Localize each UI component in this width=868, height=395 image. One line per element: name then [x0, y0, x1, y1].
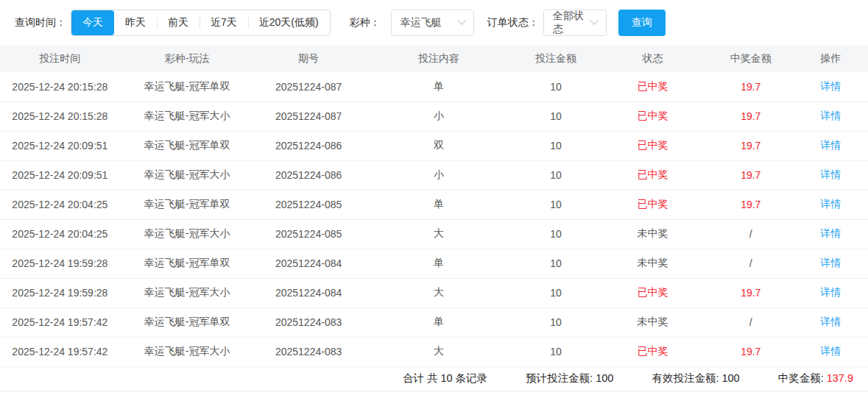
cell-bet-time: 2025-12-24 19:59:28	[0, 278, 120, 307]
cell-bet-time: 2025-12-24 19:59:28	[0, 249, 120, 278]
cell-issue: 20251224-085	[254, 190, 362, 219]
detail-link[interactable]: 详情	[820, 198, 841, 210]
prize-amount: /	[708, 249, 794, 278]
query-time-label: 查询时间：	[15, 16, 66, 29]
cell-bet-amount: 10	[515, 131, 597, 160]
order-status-select[interactable]: 全部状态	[543, 10, 607, 36]
detail-link[interactable]: 详情	[820, 227, 841, 239]
cell-action: 详情	[794, 72, 868, 102]
table-row: 2025-12-24 20:04:25 幸运飞艇-冠军单双 20251224-0…	[0, 190, 868, 219]
table-row: 2025-12-24 19:59:28 幸运飞艇-冠军大小 20251224-0…	[0, 278, 868, 307]
expected-bet-amount: 预计投注金额: 100	[526, 371, 613, 385]
time-option-daybefore[interactable]: 前天	[157, 10, 200, 35]
cell-bet-amount: 10	[515, 160, 597, 190]
table-header-row: 投注时间 彩种-玩法 期号 投注内容 投注金额 状态 中奖金额 操作	[0, 46, 868, 72]
summary-bar: 合计 共 10 条记录 预计投注金额: 100 有效投注金额: 100 中奖金额…	[0, 367, 868, 391]
cell-game-play: 幸运飞艇-冠军大小	[120, 160, 255, 190]
cell-action: 详情	[794, 278, 868, 307]
header-prize: 中奖金额	[708, 46, 794, 72]
cell-game-play: 幸运飞艇-冠军大小	[120, 102, 255, 131]
cell-bet-amount: 10	[515, 307, 597, 337]
cell-bet-time: 2025-12-24 19:57:42	[0, 337, 120, 366]
table-body: 2025-12-24 20:15:28 幸运飞艇-冠军单双 20251224-0…	[0, 72, 868, 366]
search-button[interactable]: 查询	[618, 10, 666, 36]
cell-game-play: 幸运飞艇-冠军大小	[120, 337, 255, 366]
cell-bet-time: 2025-12-24 20:09:51	[0, 160, 120, 190]
cell-game-play: 幸运飞艇-冠军单双	[120, 307, 255, 337]
status-text: 已中奖	[597, 102, 708, 131]
cell-game-play: 幸运飞艇-冠军单双	[120, 131, 255, 160]
detail-link[interactable]: 详情	[820, 110, 841, 121]
cell-action: 详情	[794, 102, 868, 131]
table-row: 2025-12-24 20:04:25 幸运飞艇-冠军大小 20251224-0…	[0, 219, 868, 249]
prize-amount: 19.7	[708, 190, 794, 219]
table-row: 2025-12-24 20:15:28 幸运飞艇-冠军单双 20251224-0…	[0, 72, 868, 102]
lottery-type-value: 幸运飞艇	[401, 16, 442, 29]
prize-amount: 19.7	[708, 131, 794, 160]
cell-action: 详情	[794, 249, 868, 278]
table-row: 2025-12-24 20:09:51 幸运飞艇-冠军单双 20251224-0…	[0, 131, 868, 160]
detail-link[interactable]: 详情	[820, 139, 841, 151]
cell-bet-time: 2025-12-24 20:04:25	[0, 190, 120, 219]
cell-game-play: 幸运飞艇-冠军单双	[120, 72, 255, 102]
cell-action: 详情	[794, 337, 868, 366]
cell-game-play: 幸运飞艇-冠军大小	[120, 278, 255, 307]
detail-link[interactable]: 详情	[820, 80, 841, 92]
order-status-value: 全部状态	[553, 10, 591, 36]
cell-bet-amount: 10	[515, 102, 597, 131]
status-text: 已中奖	[597, 160, 708, 190]
chevron-down-icon	[457, 17, 465, 25]
time-option-7days[interactable]: 近7天	[200, 10, 248, 35]
cell-bet-time: 2025-12-24 20:15:28	[0, 72, 120, 102]
prize-amount: /	[708, 219, 794, 249]
header-issue: 期号	[254, 46, 362, 72]
cell-bet-amount: 10	[515, 72, 597, 102]
header-action: 操作	[794, 46, 868, 72]
prize-amount: 19.7	[708, 102, 794, 131]
orders-table: 投注时间 彩种-玩法 期号 投注内容 投注金额 状态 中奖金额 操作 2025-…	[0, 46, 868, 367]
lottery-type-select[interactable]: 幸运飞艇	[391, 10, 474, 36]
prize-amount: 19.7	[708, 337, 794, 366]
cell-action: 详情	[794, 190, 868, 219]
prize-amount: 19.7	[708, 278, 794, 307]
cell-bet-time: 2025-12-24 20:04:25	[0, 219, 120, 249]
cell-game-play: 幸运飞艇-冠军单双	[120, 249, 255, 278]
detail-link[interactable]: 详情	[820, 316, 841, 327]
header-status: 状态	[597, 46, 708, 72]
status-text: 未中奖	[597, 219, 708, 249]
cell-issue: 20251224-084	[254, 278, 362, 307]
time-option-yesterday[interactable]: 昨天	[114, 10, 157, 35]
table-row: 2025-12-24 19:57:42 幸运飞艇-冠军大小 20251224-0…	[0, 337, 868, 366]
cell-bet-content: 单	[363, 190, 515, 219]
cell-issue: 20251224-087	[254, 102, 362, 131]
status-text: 已中奖	[597, 278, 708, 307]
cell-issue: 20251224-083	[254, 337, 362, 366]
cell-issue: 20251224-086	[254, 160, 362, 190]
cell-bet-amount: 10	[515, 278, 597, 307]
cell-game-play: 幸运飞艇-冠军单双	[120, 190, 255, 219]
header-bet-time: 投注时间	[0, 46, 120, 72]
detail-link[interactable]: 详情	[820, 345, 841, 357]
cell-action: 详情	[794, 160, 868, 190]
filter-bar: 查询时间： 今天 昨天 前天 近7天 近20天(低频) 彩种： 幸运飞艇 订单状…	[0, 0, 868, 46]
header-game-play: 彩种-玩法	[120, 46, 255, 72]
cell-issue: 20251224-086	[254, 131, 362, 160]
cell-action: 详情	[794, 219, 868, 249]
cell-bet-content: 单	[363, 72, 515, 102]
detail-link[interactable]: 详情	[820, 286, 841, 298]
header-bet-amount: 投注金额	[515, 46, 597, 72]
prize-amount: /	[708, 307, 794, 337]
prize-amount: 19.7	[708, 160, 794, 190]
status-text: 已中奖	[597, 190, 708, 219]
cell-bet-time: 2025-12-24 20:15:28	[0, 102, 120, 131]
cell-bet-amount: 10	[515, 190, 597, 219]
cell-game-play: 幸运飞艇-冠军大小	[120, 219, 255, 249]
cell-bet-amount: 10	[515, 337, 597, 366]
time-option-today[interactable]: 今天	[71, 10, 114, 35]
cell-issue: 20251224-087	[254, 72, 362, 102]
detail-link[interactable]: 详情	[820, 168, 841, 180]
time-option-20days[interactable]: 近20天(低频)	[248, 10, 330, 35]
detail-link[interactable]: 详情	[820, 257, 841, 268]
lottery-type-label: 彩种：	[350, 16, 381, 29]
chevron-down-icon	[590, 17, 598, 25]
